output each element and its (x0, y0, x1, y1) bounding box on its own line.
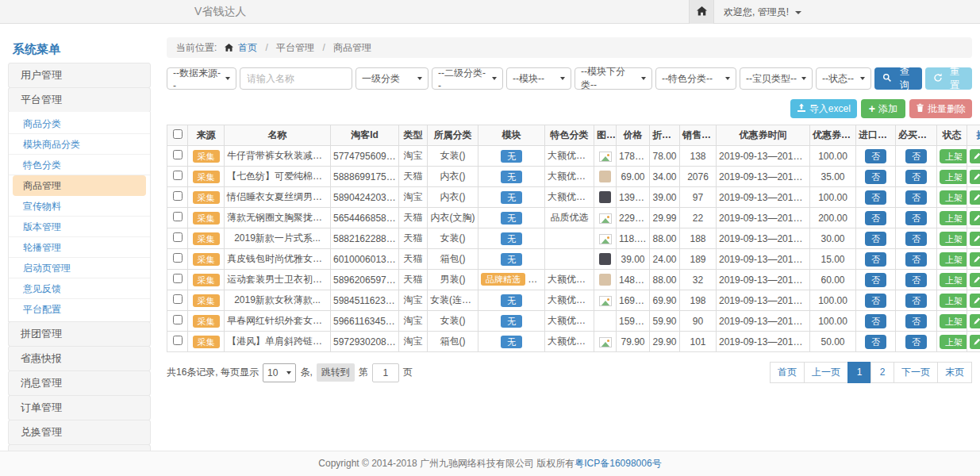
must-buy-toggle[interactable]: 否 (905, 314, 927, 328)
pager-page-2[interactable]: 2 (870, 362, 894, 383)
row-checkbox[interactable] (173, 253, 183, 263)
filter-select-status[interactable]: --状态-- (816, 67, 871, 90)
sidebar-item-platform-config[interactable]: 平台配置 (9, 299, 150, 320)
status-toggle[interactable]: 上架 (940, 335, 967, 349)
row-checkbox[interactable] (173, 274, 183, 283)
jump-to-button[interactable]: 跳转到 (317, 363, 355, 382)
import-select-toggle[interactable]: 否 (865, 335, 886, 349)
must-buy-toggle[interactable]: 否 (905, 232, 927, 246)
breadcrumb-home-link[interactable]: 首页 (238, 42, 257, 53)
import-select-toggle[interactable]: 否 (865, 190, 886, 205)
home-button[interactable] (689, 0, 714, 24)
pager-page-1[interactable]: 1 (847, 362, 871, 383)
sidebar-item-promo-material[interactable]: 宣传物料 (9, 196, 150, 217)
status-toggle[interactable]: 上架 (940, 252, 967, 267)
edit-button[interactable] (970, 232, 980, 246)
status-toggle[interactable]: 上架 (940, 149, 967, 163)
edit-button[interactable] (970, 190, 980, 205)
must-buy-toggle[interactable]: 否 (905, 211, 927, 225)
sidebar-item-carousel-management[interactable]: 轮播管理 (9, 237, 150, 258)
filter-select-level1-category[interactable]: 一级分类 (355, 67, 429, 90)
sidebar-group-user-management[interactable]: 用户管理 (8, 63, 151, 88)
filter-select-level2-category[interactable]: --二级分类-- (432, 67, 503, 90)
search-button[interactable]: 查询 (874, 67, 922, 90)
row-checkbox[interactable] (173, 212, 183, 221)
edit-button[interactable] (970, 170, 980, 184)
sidebar-item-goods-management[interactable]: 商品管理 (13, 175, 146, 196)
pager-prev[interactable]: 上一页 (804, 362, 848, 383)
edit-button[interactable] (970, 211, 980, 225)
sidebar-group-saving-express[interactable]: 省惠快报 (8, 346, 151, 371)
edit-button[interactable] (970, 273, 980, 287)
must-buy-toggle[interactable]: 否 (905, 149, 927, 163)
pager-last[interactable]: 末页 (937, 362, 972, 383)
row-checkbox[interactable] (173, 336, 183, 345)
row-checkbox[interactable] (173, 294, 183, 304)
must-buy-toggle[interactable]: 否 (905, 273, 927, 287)
import-select-toggle[interactable]: 否 (865, 294, 886, 308)
status-toggle[interactable]: 上架 (940, 294, 967, 308)
sidebar-item-feature-category[interactable]: 特色分类 (9, 155, 150, 175)
sidebar-item-feedback[interactable]: 意见反馈 (9, 278, 150, 299)
sidebar-item-module-goods-category[interactable]: 模块商品分类 (9, 134, 150, 155)
sidebar-group-exchange-management[interactable]: 兑换管理 (8, 420, 151, 445)
import-select-toggle[interactable]: 否 (865, 314, 886, 328)
user-menu[interactable]: 欢迎您, 管理员! (724, 0, 801, 24)
row-checkbox[interactable] (173, 191, 183, 201)
edit-button[interactable] (970, 149, 980, 163)
edit-button[interactable] (970, 294, 980, 308)
import-excel-button[interactable]: 导入excel (790, 99, 857, 118)
edit-button[interactable] (970, 314, 980, 328)
must-buy-toggle[interactable]: 否 (905, 190, 927, 205)
edit-button[interactable] (970, 335, 980, 349)
sidebar-item-goods-category[interactable]: 商品分类 (9, 113, 150, 134)
discount-price-cell: 29.99 (650, 208, 680, 228)
row-checkbox[interactable] (173, 150, 183, 159)
sidebar-group-message-management[interactable]: 消息管理 (8, 370, 151, 396)
must-buy-toggle[interactable]: 否 (905, 170, 927, 184)
pager-next[interactable]: 下一页 (894, 362, 938, 383)
import-select-toggle[interactable]: 否 (865, 252, 886, 267)
page-jump-input[interactable] (372, 363, 399, 382)
module-cell: 无 (478, 249, 545, 270)
reset-button[interactable]: 重置 (925, 67, 973, 90)
import-select-toggle[interactable]: 否 (865, 170, 886, 184)
pager-first[interactable]: 首页 (770, 362, 805, 383)
row-select-cell (167, 208, 188, 228)
status-toggle[interactable]: 上架 (940, 211, 967, 225)
must-buy-toggle[interactable]: 否 (905, 252, 927, 267)
filter-select-item-type[interactable]: --宝贝类型-- (740, 67, 813, 90)
name-search-input[interactable] (240, 67, 352, 90)
status-toggle[interactable]: 上架 (940, 190, 967, 205)
import-select-toggle[interactable]: 否 (865, 273, 886, 287)
filter-select-module[interactable]: --模块-- (506, 67, 571, 90)
sidebar-group-platform-management[interactable]: 平台管理 (8, 87, 151, 113)
row-checkbox[interactable] (173, 171, 183, 180)
import-select-toggle[interactable]: 否 (865, 211, 886, 225)
batch-delete-button[interactable]: 批量删除 (909, 99, 972, 118)
filter-select-module-sub-category[interactable]: --模块下分类-- (575, 67, 652, 90)
row-checkbox[interactable] (173, 232, 183, 242)
must-buy-toggle[interactable]: 否 (905, 294, 927, 308)
import-select-toggle[interactable]: 否 (865, 232, 886, 246)
sidebar-group-order-management[interactable]: 订单管理 (8, 395, 151, 420)
row-checkbox[interactable] (173, 315, 183, 324)
filter-select-data-source[interactable]: --数据来源-- (167, 67, 236, 90)
filter-select-feature-category[interactable]: --特色分类-- (655, 67, 736, 90)
discount-price-cell: 88.00 (650, 228, 680, 249)
must-buy-toggle[interactable]: 否 (905, 335, 927, 349)
sidebar-item-splash-page-management[interactable]: 启动页管理 (9, 258, 150, 278)
status-toggle[interactable]: 上架 (940, 170, 967, 184)
icon-cell (594, 311, 617, 332)
sidebar-group-group-buy-management[interactable]: 拼团管理 (8, 321, 151, 347)
sidebar-item-version-management[interactable]: 版本管理 (9, 217, 150, 237)
icp-link[interactable]: 粤ICP备16098006号 (575, 458, 661, 469)
status-toggle[interactable]: 上架 (940, 273, 967, 287)
per-page-select[interactable]: 10 (263, 363, 296, 382)
status-toggle[interactable]: 上架 (940, 314, 967, 328)
status-toggle[interactable]: 上架 (940, 232, 967, 246)
add-button[interactable]: + 添加 (861, 99, 905, 118)
import-select-toggle[interactable]: 否 (865, 149, 886, 163)
select-all-checkbox[interactable] (173, 129, 183, 139)
edit-button[interactable] (970, 252, 980, 267)
